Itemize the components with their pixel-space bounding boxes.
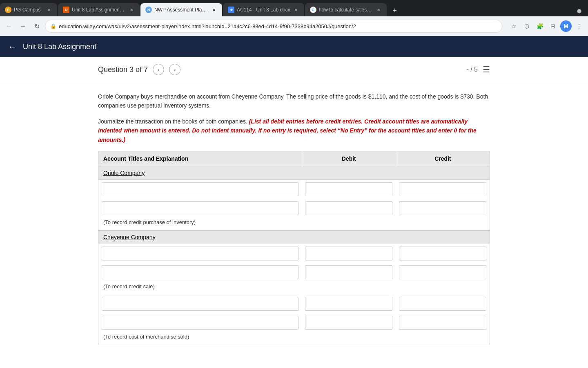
oriole-row2-account-input[interactable] <box>102 201 298 215</box>
reload-button[interactable]: ↻ <box>31 20 42 32</box>
tab-unit8-lab[interactable]: U Unit 8 Lab Assignment - AC11… ✕ <box>58 3 140 16</box>
tab-close-nwp[interactable]: ✕ <box>211 7 217 13</box>
cheyenne-note-row: (To record credit sale) <box>98 282 490 294</box>
nwp-favicon-letter: N <box>147 8 150 12</box>
tab-search-button[interactable]: ⬡ <box>521 20 532 32</box>
next-question-button[interactable]: › <box>169 64 180 75</box>
tab-favicon-nwp: N <box>145 7 152 13</box>
tab-favicon-unit8: U <box>63 7 69 13</box>
lock-icon: 🔒 <box>50 23 56 29</box>
table-row <box>98 199 490 218</box>
bookmark-button[interactable]: ☆ <box>508 20 519 32</box>
table-row <box>98 180 490 199</box>
oriole-row1-account-input[interactable] <box>102 182 298 196</box>
tabs-bar: P PG Campus ✕ U Unit 8 Lab Assignment - … <box>0 0 588 16</box>
cheyenne2-note-text: (To record cost of merchandise sold) <box>103 334 189 340</box>
oriole-note-text: (To record credit purchase of inventory) <box>103 219 196 225</box>
tab-favicon-pg: P <box>5 7 11 13</box>
url-bar[interactable]: 🔒 education.wiley.com/was/ui/v2/assessme… <box>45 20 502 33</box>
oriole-row2-credit-input[interactable] <box>399 201 486 215</box>
question-label: Question 3 of 7 <box>98 65 148 74</box>
oriole-row2-debit-input[interactable] <box>305 201 392 215</box>
score-area: - / 5 ☰ <box>466 65 490 74</box>
tab-label-ac114: AC114 - Unit 8 Lab.docx <box>237 7 290 13</box>
cheyenne-row2-debit-input[interactable] <box>305 265 392 279</box>
main-content: Question 3 of 7 ‹ › - / 5 ☰ Oriole Compa… <box>0 57 588 368</box>
cheyenne2-row1-credit-input[interactable] <box>399 297 486 311</box>
cheyenne2-row2-debit-input[interactable] <box>305 316 392 330</box>
tab-close-unit8[interactable]: ✕ <box>128 7 135 13</box>
toolbar-icons: ☆ ⬡ 🧩 ⊟ M ⋮ <box>508 20 585 32</box>
tab-ac114-doc[interactable]: ★ AC114 - Unit 8 Lab.docx ✕ <box>223 3 304 16</box>
forward-button[interactable]: → <box>17 20 29 32</box>
oriole-note-row: (To record credit purchase of inventory) <box>98 218 490 231</box>
oriole-section-header: Oriole Company <box>98 166 490 180</box>
oriole-row1-credit-input[interactable] <box>399 182 486 196</box>
cheyenne2-note-row: (To record cost of merchandise sold) <box>98 332 490 345</box>
pg-favicon-letter: P <box>7 8 9 12</box>
table-row <box>98 263 490 282</box>
oriole-section-label: Oriole Company <box>103 170 145 176</box>
tab-close-google[interactable]: ✕ <box>375 7 382 13</box>
col-header-credit: Credit <box>396 151 490 166</box>
table-row <box>98 313 490 332</box>
table-row <box>98 294 490 313</box>
question-body-text: Oriole Company buys merchandise on accou… <box>98 92 490 110</box>
tab-label-nwp: NWP Assessment Player UI Ap… <box>154 7 208 13</box>
window-controls: ⬤ <box>573 5 585 16</box>
app-header: ← Unit 8 Lab Assignment <box>0 36 588 57</box>
address-bar: ← → ↻ 🔒 education.wiley.com/was/ui/v2/as… <box>0 16 588 36</box>
url-text: education.wiley.com/was/ui/v2/assessment… <box>59 23 497 29</box>
question-nav: Question 3 of 7 ‹ › - / 5 ☰ <box>0 57 588 82</box>
cheyenne2-row2-account-input[interactable] <box>102 316 298 330</box>
tab-google-search[interactable]: G how to calculate sales revenue ✕ <box>305 3 387 16</box>
tab-favicon-google: G <box>310 7 316 13</box>
tab-nwp-active[interactable]: N NWP Assessment Player UI Ap… ✕ <box>140 3 222 16</box>
question-list-icon[interactable]: ☰ <box>483 65 490 74</box>
ac114-favicon-star: ★ <box>230 8 233 12</box>
cheyenne-row2-credit-input[interactable] <box>399 265 486 279</box>
col-header-account: Account Titles and Explanation <box>98 151 302 166</box>
app-back-button[interactable]: ← <box>8 42 16 52</box>
content-body: Oriole Company buys merchandise on accou… <box>0 82 588 358</box>
prev-question-button[interactable]: ‹ <box>153 64 164 75</box>
tab-close-ac114[interactable]: ✕ <box>293 7 299 13</box>
instruction-text: Journalize the transaction on the books … <box>98 117 490 144</box>
journal-table: Account Titles and Explanation Debit Cre… <box>98 151 490 345</box>
col-header-debit: Debit <box>302 151 396 166</box>
cheyenne-row2-account-input[interactable] <box>102 265 298 279</box>
app-title: Unit 8 Lab Assignment <box>23 43 96 51</box>
tab-close-pg[interactable]: ✕ <box>46 7 52 13</box>
table-row <box>98 244 490 263</box>
tab-label-pg: PG Campus <box>14 7 43 13</box>
tab-label-google: how to calculate sales revenue <box>319 7 373 13</box>
menu-button[interactable]: ⋮ <box>573 20 585 32</box>
cheyenne-row1-account-input[interactable] <box>102 247 298 260</box>
cheyenne-section-header: Cheyenne Company <box>98 230 490 244</box>
cheyenne-row1-debit-input[interactable] <box>305 247 392 260</box>
profile-button[interactable]: M <box>560 20 572 32</box>
unit8-favicon-letter: U <box>65 8 68 12</box>
tab-label-unit8: Unit 8 Lab Assignment - AC11… <box>72 7 126 13</box>
instruction-plain: Journalize the transaction on the books … <box>98 118 249 125</box>
google-favicon-g: G <box>312 8 314 12</box>
cheyenne-note-text: (To record credit sale) <box>103 283 155 289</box>
cast-button[interactable]: ⊟ <box>547 20 559 32</box>
oriole-row1-debit-input[interactable] <box>305 182 392 196</box>
cheyenne-row1-credit-input[interactable] <box>399 247 486 260</box>
tab-pg-campus[interactable]: P PG Campus ✕ <box>0 3 57 16</box>
new-tab-button[interactable]: + <box>389 5 401 16</box>
cheyenne-section-label: Cheyenne Company <box>103 234 156 240</box>
cheyenne2-row1-debit-input[interactable] <box>305 297 392 311</box>
cheyenne2-row1-account-input[interactable] <box>102 297 298 311</box>
cheyenne2-row2-credit-input[interactable] <box>399 316 486 330</box>
tab-favicon-ac114: ★ <box>228 7 234 13</box>
score-display: - / 5 <box>466 66 478 73</box>
browser-chrome: P PG Campus ✕ U Unit 8 Lab Assignment - … <box>0 0 588 36</box>
back-button[interactable]: ← <box>3 20 15 32</box>
extensions-button[interactable]: 🧩 <box>534 20 546 32</box>
